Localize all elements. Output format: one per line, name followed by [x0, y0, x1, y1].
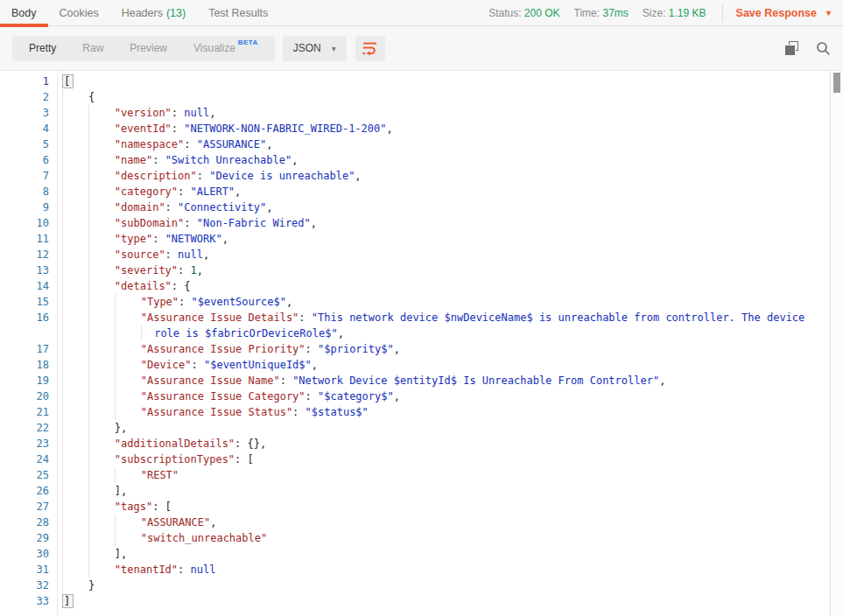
line-number: 4	[0, 121, 57, 136]
editor-scrollbar[interactable]	[830, 71, 843, 616]
indent-guide	[62, 215, 88, 231]
line-number: 30	[0, 546, 57, 562]
tab-test-results[interactable]: Test Results	[197, 0, 279, 25]
code-line: 1[	[0, 74, 843, 89]
tab-headers[interactable]: Headers (13)	[110, 0, 197, 25]
token-p: ,	[210, 516, 216, 528]
line-number: 14	[0, 278, 57, 294]
indent-guide	[62, 452, 88, 467]
token-p: :	[172, 122, 184, 135]
line-number: 21	[0, 404, 57, 420]
indent-guide	[115, 326, 141, 341]
code-line: 27 "tags": [	[0, 499, 843, 514]
token-p: ,	[338, 327, 344, 340]
view-option-visualize[interactable]: Visualize BETA	[180, 36, 271, 61]
indent-guide	[88, 546, 115, 562]
indent-guide	[62, 373, 88, 388]
headers-count-badge: (13)	[166, 7, 186, 19]
tab-body[interactable]: Body	[0, 0, 48, 25]
token-r: "REST"	[141, 469, 179, 481]
token-p: :	[178, 186, 190, 198]
token-p: ,	[203, 248, 209, 261]
wrap-text-button[interactable]	[355, 36, 385, 61]
token-r: "switch_unreachable"	[141, 532, 268, 544]
size-value: 1.19 KB	[669, 7, 706, 19]
indent-guide	[62, 499, 88, 514]
token-p: :	[306, 343, 318, 355]
code-line: 30 ],	[0, 546, 843, 562]
line-number: 16	[0, 310, 57, 326]
search-button[interactable]	[816, 41, 831, 56]
indent-guide	[62, 231, 88, 247]
code-line: 16 "Assurance Issue Details": "This netw…	[0, 310, 843, 326]
indent-guide	[88, 357, 115, 373]
code-line: 28 "ASSURANCE",	[0, 514, 843, 530]
indent-guide	[62, 168, 88, 184]
token-p: ,	[312, 359, 318, 371]
indent-guide	[62, 467, 88, 483]
token-p: :	[292, 406, 305, 418]
indent-guide	[88, 373, 115, 388]
response-panel: Body Cookies Headers (13) Test Results S…	[0, 0, 843, 616]
indent-guide	[62, 262, 88, 278]
scrollbar-thumb[interactable]	[833, 73, 840, 93]
code-line: 33]	[0, 593, 843, 609]
line-content: }	[57, 578, 95, 593]
search-icon	[816, 41, 831, 56]
indent-guide	[88, 294, 115, 310]
line-content: "ASSURANCE",	[57, 514, 216, 530]
indent-guide	[62, 278, 88, 294]
code-line: role is $fabricOrDeviceRole$",	[0, 326, 843, 341]
token-s: "NETWORK"	[165, 233, 222, 245]
save-response-button[interactable]: Save Response ▾	[736, 7, 831, 19]
time-value: 37ms	[602, 7, 628, 19]
line-number: 24	[0, 452, 57, 467]
indent-guide	[62, 247, 88, 262]
line-content: "switch_unreachable"	[57, 530, 267, 546]
json-response-editor[interactable]: 1[2 {3 "version": null,4 "eventId": "NET…	[0, 71, 843, 616]
indent-guide	[115, 388, 141, 404]
token-k: "category"	[115, 186, 178, 198]
indent-guide	[88, 341, 115, 357]
line-number: 20	[0, 388, 57, 404]
token-k: "source"	[115, 248, 165, 261]
indent-guide	[88, 436, 115, 452]
view-option-raw[interactable]: Raw	[69, 36, 116, 61]
response-tabs: Body Cookies Headers (13) Test Results	[0, 0, 279, 25]
indent-guide	[115, 530, 141, 546]
token-p: :	[184, 138, 196, 150]
line-content: "Assurance Issue Details": "This network…	[57, 310, 804, 326]
line-content: "Assurance Issue Category": "$category$"…	[57, 388, 400, 404]
time-label: Time:	[574, 7, 601, 19]
token-p: ,	[266, 201, 272, 214]
tab-cookies[interactable]: Cookies	[48, 0, 110, 25]
line-number: 17	[0, 341, 57, 357]
code-line: 21 "Assurance Issue Status": "$status$"	[0, 404, 843, 420]
language-dropdown[interactable]: JSON ▾	[283, 36, 347, 61]
indent-guide	[115, 294, 141, 310]
code-line: 18 "Device": "$eventUniqueId$",	[0, 357, 843, 373]
line-content: ],	[57, 546, 127, 562]
code-line: 9 "domain": "Connectivity",	[0, 200, 843, 215]
save-response-label: Save Response	[736, 7, 817, 19]
token-k: "Assurance Issue Priority"	[141, 343, 306, 355]
line-content: "domain": "Connectivity",	[57, 200, 272, 215]
code-line: 17 "Assurance Issue Priority": "$priorit…	[0, 341, 843, 357]
token-p: :	[299, 312, 311, 324]
token-p: :	[165, 248, 178, 261]
status-pair: Status: 200 OK	[488, 7, 559, 19]
token-p: :	[152, 233, 165, 245]
line-content: "subDomain": "Non-Fabric Wired",	[57, 215, 317, 231]
token-k: "Assurance Issue Status"	[141, 406, 292, 418]
view-option-preview[interactable]: Preview	[116, 36, 180, 61]
view-option-pretty[interactable]: Pretty	[16, 36, 69, 61]
code-line: 8 "category": "ALERT",	[0, 184, 843, 200]
line-content: "additionalDetails": {},	[57, 436, 266, 452]
response-meta: Status: 200 OK Time: 37ms Size: 1.19 KB …	[474, 4, 831, 22]
line-number: 3	[0, 105, 57, 121]
token-n: 1	[191, 264, 197, 276]
token-k: "namespace"	[115, 138, 184, 150]
token-p: ,	[311, 217, 317, 229]
save-response-caret-icon[interactable]: ▾	[826, 8, 831, 18]
copy-to-clipboard-button[interactable]	[785, 41, 800, 56]
